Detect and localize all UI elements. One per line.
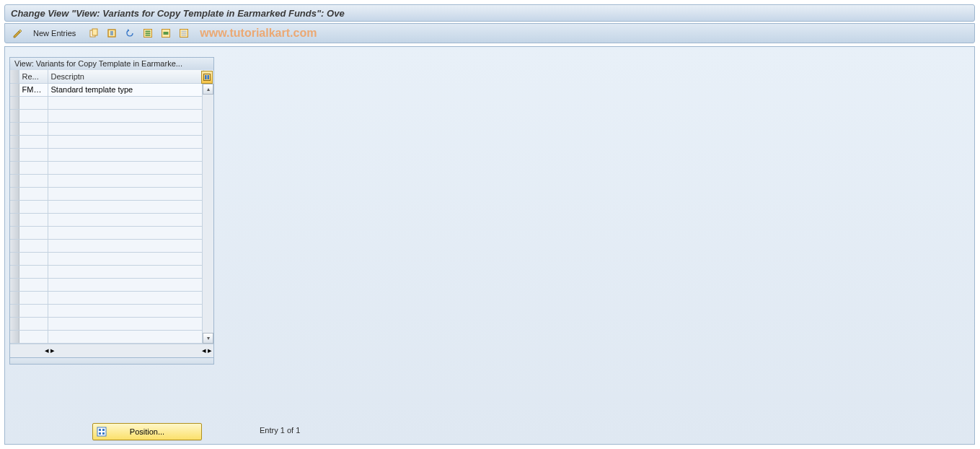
cell-desc[interactable] [48,239,203,252]
table-row[interactable] [10,265,203,278]
undo-change-icon[interactable] [122,25,138,41]
cell-desc[interactable] [48,317,203,330]
table-row[interactable] [10,317,203,330]
row-selector[interactable] [10,96,19,109]
cell-desc[interactable] [48,200,203,213]
new-entries-button[interactable]: New Entries [27,26,81,40]
cell-re[interactable] [19,252,48,265]
cell-re[interactable] [19,226,48,239]
cell-desc[interactable] [48,304,203,317]
row-selector[interactable] [10,330,19,343]
table-row[interactable] [10,187,203,200]
cell-re[interactable] [19,304,48,317]
cell-re[interactable] [19,135,48,148]
row-selector[interactable] [10,109,19,122]
cell-re[interactable] [19,109,48,122]
row-selector[interactable] [10,148,19,161]
cell-re[interactable] [19,174,48,187]
table-row[interactable] [10,278,203,291]
position-button[interactable]: Position... [92,423,202,440]
cell-desc[interactable] [48,187,203,200]
row-selector[interactable] [10,200,19,213]
row-selector[interactable] [10,161,19,174]
scroll-right-icon[interactable]: ◂ [202,346,206,355]
row-selector[interactable] [10,226,19,239]
table-row[interactable] [10,109,203,122]
cell-desc[interactable] [48,109,203,122]
table-row[interactable] [10,291,203,304]
cell-re[interactable]: FMRE [19,83,48,96]
cell-desc[interactable] [48,265,203,278]
table-row[interactable] [10,304,203,317]
cell-re[interactable] [19,122,48,135]
cell-desc[interactable] [48,213,203,226]
cell-re[interactable] [19,265,48,278]
row-selector-header[interactable] [10,70,19,83]
scroll-left-start-icon[interactable]: ◂ [45,346,49,355]
cell-desc[interactable] [48,252,203,265]
row-selector[interactable] [10,252,19,265]
scroll-down-icon[interactable]: ▾ [203,333,213,344]
horizontal-scrollbar[interactable]: ◂ ▸ ◂ ▸ [10,344,213,357]
row-selector[interactable] [10,265,19,278]
table-row[interactable] [10,200,203,213]
table-configure-icon[interactable] [201,71,213,84]
cell-desc[interactable] [48,135,203,148]
cell-desc[interactable] [48,161,203,174]
row-selector[interactable] [10,83,19,96]
col-header-re[interactable]: Re... [19,70,48,83]
row-selector[interactable] [10,213,19,226]
cell-re[interactable] [19,213,48,226]
cell-desc[interactable] [48,96,203,109]
select-block-icon[interactable] [158,25,174,41]
row-selector[interactable] [10,317,19,330]
select-all-icon[interactable] [140,25,156,41]
cell-desc[interactable] [48,174,203,187]
row-selector[interactable] [10,278,19,291]
table-row[interactable]: FMREStandard template type [10,83,203,96]
cell-re[interactable] [19,161,48,174]
table-row[interactable] [10,213,203,226]
cell-re[interactable] [19,96,48,109]
scroll-right-end-icon[interactable]: ▸ [208,346,212,355]
cell-re[interactable] [19,317,48,330]
table-row[interactable] [10,135,203,148]
table-row[interactable] [10,330,203,343]
table-row[interactable] [10,174,203,187]
cell-desc[interactable] [48,278,203,291]
toggle-change-icon[interactable] [9,25,25,41]
table-row[interactable] [10,148,203,161]
cell-desc[interactable] [48,122,203,135]
row-selector[interactable] [10,239,19,252]
cell-re[interactable] [19,330,48,343]
copy-as-icon[interactable] [86,25,102,41]
table-row[interactable] [10,239,203,252]
deselect-all-icon[interactable] [176,25,192,41]
row-selector[interactable] [10,135,19,148]
table-row[interactable] [10,161,203,174]
cell-desc[interactable] [48,291,203,304]
row-selector[interactable] [10,187,19,200]
delete-icon[interactable] [104,25,120,41]
cell-re[interactable] [19,239,48,252]
row-selector[interactable] [10,291,19,304]
cell-re[interactable] [19,200,48,213]
cell-desc[interactable]: Standard template type [48,83,203,96]
table-row[interactable] [10,226,203,239]
cell-desc[interactable] [48,330,203,343]
scroll-left-icon[interactable]: ▸ [50,346,55,355]
row-selector[interactable] [10,122,19,135]
table-row[interactable] [10,96,203,109]
cell-desc[interactable] [48,226,203,239]
scroll-up-icon[interactable]: ▴ [203,84,213,95]
table-row[interactable] [10,122,203,135]
row-selector[interactable] [10,174,19,187]
col-header-descriptn[interactable]: Descriptn [48,70,203,83]
row-selector[interactable] [10,304,19,317]
vertical-scrollbar[interactable]: ▴ ▾ [202,84,213,344]
cell-re[interactable] [19,148,48,161]
cell-re[interactable] [19,187,48,200]
cell-desc[interactable] [48,148,203,161]
table-row[interactable] [10,252,203,265]
cell-re[interactable] [19,278,48,291]
